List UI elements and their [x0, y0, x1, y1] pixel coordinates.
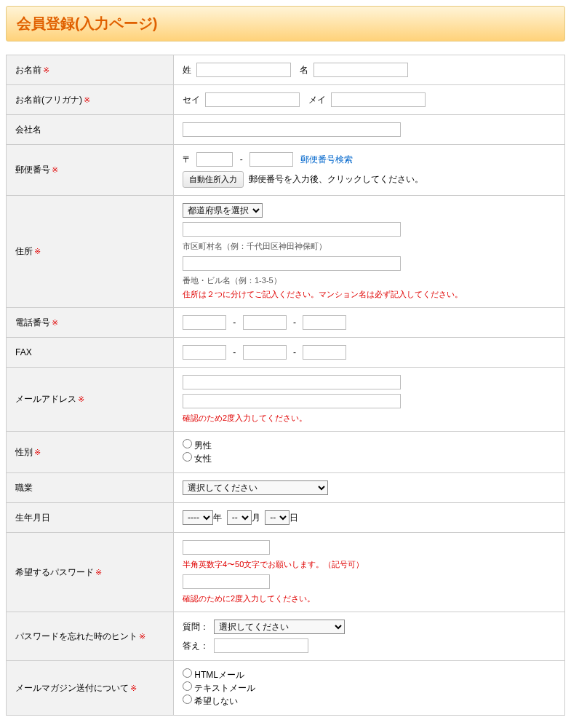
field-mailmag: HTMLメール テキストメール 希望しない	[174, 661, 565, 716]
label-password: 希望するパスワード※	[7, 533, 174, 612]
email-confirm-input[interactable]	[183, 394, 401, 408]
field-job: 選択してください	[174, 473, 565, 503]
auto-address-button[interactable]: 自動住所入力	[183, 171, 244, 188]
birth-year-select[interactable]: ----	[183, 510, 213, 525]
gender-female-radio[interactable]	[183, 452, 192, 462]
gender-female-option[interactable]: 女性	[183, 454, 212, 464]
mei-label: 名	[300, 65, 308, 75]
label-address: 住所※	[7, 196, 174, 308]
label-gender: 性別※	[7, 432, 174, 473]
street-note: 番地・ビル名（例：1-3-5）	[183, 275, 556, 286]
sei-input[interactable]	[196, 63, 291, 77]
field-hint: 質問： 選択してください 答え：	[174, 612, 565, 661]
gender-male-radio[interactable]	[183, 439, 192, 448]
city-input[interactable]	[183, 222, 401, 237]
tel1-input[interactable]	[183, 315, 226, 330]
label-tel: 電話番号※	[7, 308, 174, 338]
mailmag-none-option[interactable]: 希望しない	[183, 696, 238, 706]
label-job: 職業	[7, 473, 174, 503]
field-gender: 男性 女性	[174, 432, 565, 473]
mei-input[interactable]	[314, 63, 408, 77]
sei-kana-label: セイ	[183, 95, 200, 105]
fax1-input[interactable]	[183, 345, 226, 360]
password-note1: 半角英数字4〜50文字でお願いします。（記号可）	[183, 559, 556, 570]
address-warning: 住所は２つに分けてご記入ください。マンション名は必ず記入してください。	[183, 289, 556, 300]
label-fax: FAX	[7, 338, 174, 368]
zip-search-link[interactable]: 郵便番号検索	[300, 154, 353, 165]
field-zip: 〒 - 郵便番号検索 自動住所入力 郵便番号を入力後、クリックしてください。	[174, 145, 565, 196]
sei-label: 姓	[183, 65, 191, 75]
label-name: お名前※	[7, 55, 174, 85]
email-input[interactable]	[183, 375, 401, 389]
label-mailmag: メールマガジン送付について※	[7, 661, 174, 716]
zip1-input[interactable]	[196, 152, 233, 167]
page-title: 会員登録(入力ページ)	[17, 14, 554, 33]
hint-a-label: 答え：	[183, 641, 209, 651]
mei-kana-input[interactable]	[331, 92, 426, 107]
registration-form: お名前※ 姓 名 お名前(フリガナ)※ セイ メイ 会社名 郵便番号※ 〒 -	[6, 55, 565, 716]
email-note: 確認のため2度入力してください。	[183, 413, 556, 424]
mailmag-html-radio[interactable]	[183, 668, 192, 678]
label-birth: 生年月日	[7, 503, 174, 533]
field-email: 確認のため2度入力してください。	[174, 368, 565, 432]
field-fax: - -	[174, 338, 565, 368]
sei-kana-input[interactable]	[205, 92, 300, 107]
mailmag-text-option[interactable]: テキストメール	[183, 683, 255, 693]
label-email: メールアドレス※	[7, 368, 174, 432]
hint-answer-input[interactable]	[214, 638, 308, 653]
job-select[interactable]: 選択してください	[183, 480, 328, 495]
gender-male-option[interactable]: 男性	[183, 440, 212, 451]
hint-q-label: 質問：	[183, 622, 209, 632]
page-header: 会員登録(入力ページ)	[6, 6, 565, 41]
city-note: 市区町村名（例：千代田区神田神保町）	[183, 241, 556, 252]
fax3-input[interactable]	[303, 345, 346, 360]
hint-question-select[interactable]: 選択してください	[214, 620, 345, 634]
zip2-input[interactable]	[249, 152, 293, 167]
password-confirm-input[interactable]	[183, 574, 270, 589]
fax2-input[interactable]	[243, 345, 287, 360]
password-note2: 確認のために2度入力してください。	[183, 593, 556, 604]
field-password: 半角英数字4〜50文字でお願いします。（記号可） 確認のために2度入力してくださ…	[174, 533, 565, 612]
field-address: 都道府県を選択 市区町村名（例：千代田区神田神保町） 番地・ビル名（例：1-3-…	[174, 196, 565, 308]
street-input[interactable]	[183, 256, 401, 271]
label-company: 会社名	[7, 115, 174, 145]
auto-address-note: 郵便番号を入力後、クリックしてください。	[249, 174, 423, 184]
company-input[interactable]	[183, 122, 401, 137]
tel3-input[interactable]	[303, 315, 346, 330]
birth-day-select[interactable]: --	[265, 510, 290, 525]
mailmag-none-radio[interactable]	[183, 695, 192, 704]
mei-kana-label: メイ	[308, 95, 326, 105]
field-company	[174, 115, 565, 145]
password-input[interactable]	[183, 540, 270, 555]
field-name: 姓 名	[174, 55, 565, 85]
mailmag-text-radio[interactable]	[183, 681, 192, 691]
label-kana: お名前(フリガナ)※	[7, 85, 174, 115]
field-tel: - -	[174, 308, 565, 338]
field-birth: ----年 --月 --日	[174, 503, 565, 533]
label-zip: 郵便番号※	[7, 145, 174, 196]
zip-mark: 〒	[183, 154, 191, 165]
birth-month-select[interactable]: --	[227, 510, 252, 525]
zip-sep: -	[240, 154, 243, 165]
label-hint: パスワードを忘れた時のヒント※	[7, 612, 174, 661]
mailmag-html-option[interactable]: HTMLメール	[183, 670, 244, 680]
field-kana: セイ メイ	[174, 85, 565, 115]
prefecture-select[interactable]: 都道府県を選択	[183, 203, 263, 218]
tel2-input[interactable]	[243, 315, 287, 330]
